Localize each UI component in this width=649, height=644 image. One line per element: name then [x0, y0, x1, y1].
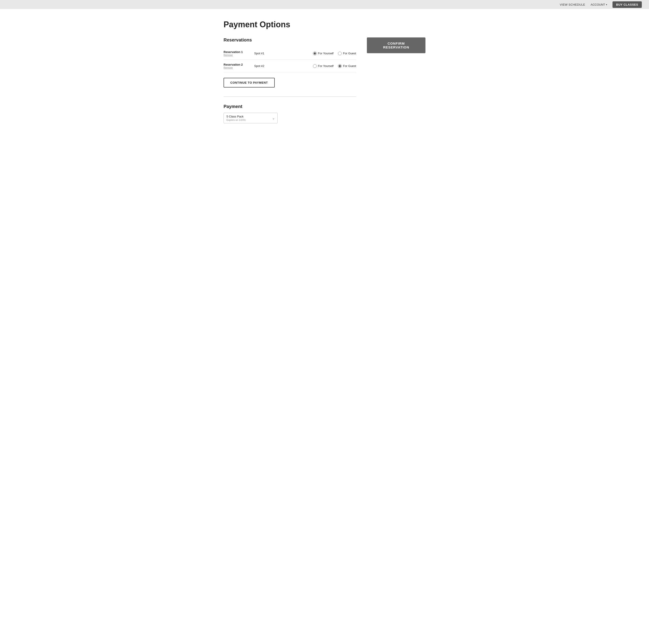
reservation-1-label: Reservation 1: [223, 50, 251, 54]
reservation-1-for-guest-label: For Guest: [343, 52, 356, 55]
payment-dropdown-box[interactable]: 5 Class Pack Expires on 1/2/31: [223, 113, 277, 123]
reservation-2-for-yourself-option[interactable]: For Yourself: [313, 64, 334, 68]
reservations-section-title: Reservations: [223, 37, 356, 43]
payment-section-title: Payment: [223, 104, 356, 109]
reservation-1-for-yourself-option[interactable]: For Yourself: [313, 52, 334, 55]
reservation-1-for-guest-radio[interactable]: [338, 52, 342, 55]
reservation-1-remove[interactable]: Remove: [223, 54, 251, 56]
table-row: Reservation 1 Remove Spot #1 For Yoursel…: [223, 47, 356, 60]
section-divider: [223, 96, 356, 97]
payment-expiry: Expires on 1/2/31: [226, 119, 269, 121]
reservation-2-radio-group: For Yourself For Guest: [313, 64, 356, 68]
reservation-1-info: Reservation 1 Remove: [223, 50, 251, 56]
reservation-1-for-guest-option[interactable]: For Guest: [338, 52, 356, 55]
reservation-1-spot: Spot #1: [254, 52, 309, 55]
reservation-2-for-guest-option[interactable]: For Guest: [338, 64, 356, 68]
reservation-1-for-yourself-radio[interactable]: [313, 52, 317, 55]
table-row: Reservation 2 Remove Spot #2 For Yoursel…: [223, 60, 356, 72]
payment-section: Payment 5 Class Pack Expires on 1/2/31 ⌄: [223, 104, 356, 123]
navbar: VIEW SCHEDULE ACCOUNT ▾ BUY CLASSES: [0, 0, 649, 9]
reservations-left: Reservations Reservation 1 Remove Spot #…: [223, 37, 356, 123]
reservation-2-for-guest-label: For Guest: [343, 64, 356, 68]
confirm-reservation-button[interactable]: CONFIRM RESERVATION: [367, 37, 426, 53]
main-content: Payment Options Reservations Reservation…: [216, 9, 433, 134]
continue-to-payment-button[interactable]: CONTINUE TO PAYMENT: [223, 78, 275, 87]
payment-dropdown[interactable]: 5 Class Pack Expires on 1/2/31 ⌄: [223, 113, 277, 123]
reservation-2-info: Reservation 2 Remove: [223, 63, 251, 69]
reservation-1-radio-group: For Yourself For Guest: [313, 52, 356, 55]
page-title: Payment Options: [223, 20, 426, 29]
account-label: ACCOUNT: [591, 3, 605, 6]
reservation-2-for-yourself-label: For Yourself: [318, 64, 334, 68]
reservation-1-for-yourself-label: For Yourself: [318, 52, 334, 55]
payment-pack-name: 5 Class Pack: [226, 115, 269, 118]
reservation-2-label: Reservation 2: [223, 63, 251, 66]
reservation-2-spot: Spot #2: [254, 64, 309, 68]
buy-classes-button[interactable]: BUY CLASSES: [612, 1, 642, 8]
reservation-2-for-guest-radio[interactable]: [338, 64, 342, 68]
reservation-2-remove[interactable]: Remove: [223, 66, 251, 69]
reservations-right: CONFIRM RESERVATION: [367, 37, 426, 53]
account-menu[interactable]: ACCOUNT ▾: [591, 3, 607, 6]
account-chevron-icon: ▾: [606, 3, 607, 6]
reservation-2-for-yourself-radio[interactable]: [313, 64, 317, 68]
view-schedule-link[interactable]: VIEW SCHEDULE: [560, 3, 585, 6]
reservations-area: Reservations Reservation 1 Remove Spot #…: [223, 37, 426, 123]
